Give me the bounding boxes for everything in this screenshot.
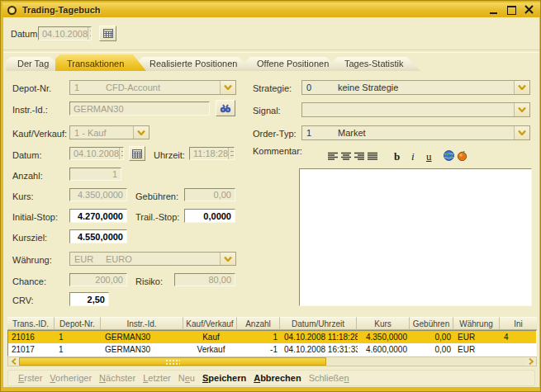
column-header[interactable]: Trans.-ID.: [7, 317, 55, 330]
nav-letzter: Letzter: [143, 373, 171, 383]
risiko-field: 80,00: [174, 273, 235, 286]
date-spinner: [119, 148, 123, 159]
align-justify-icon[interactable]: [367, 151, 378, 162]
nav-vorheriger: Vorheriger: [50, 373, 92, 383]
time-spinner: [228, 148, 234, 159]
gebuehren-field: 0,00: [184, 188, 235, 201]
kursziel-label: Kursziel:: [12, 233, 47, 243]
column-header[interactable]: Kurs: [357, 317, 410, 330]
kommentar-label: Kommentar:: [253, 146, 302, 156]
anzahl-field: 1: [69, 168, 121, 181]
trail-stop-label: Trail.-Stop:: [135, 212, 179, 222]
order-typ-label: Order-Typ:: [253, 129, 297, 139]
tab-realisierte-positionen[interactable]: Realisierte Positionen: [138, 57, 252, 71]
search-button[interactable]: [216, 100, 235, 116]
chance-field: 200,00: [69, 273, 127, 286]
table-row[interactable]: 21016 1 GERMAN30 Kauf 1 04.10.2008 11:18…: [8, 331, 536, 343]
horizontal-scrollbar: [7, 357, 537, 366]
chevron-down-icon[interactable]: [514, 81, 529, 94]
kursziel-field[interactable]: 4.550,0000: [69, 229, 127, 243]
comment-textarea[interactable]: [299, 168, 532, 306]
calendar-button[interactable]: [129, 146, 145, 161]
tab-offene-positionen[interactable]: Offene Positionen: [245, 57, 339, 71]
chevron-down-icon: [220, 253, 235, 265]
scroll-left-icon[interactable]: [8, 357, 19, 366]
app-icon: [7, 6, 17, 15]
bold-icon[interactable]: b: [394, 151, 400, 162]
column-header[interactable]: Ini: [500, 317, 537, 330]
chevron-down-icon[interactable]: [514, 126, 529, 139]
column-header[interactable]: Währung: [453, 317, 500, 330]
tab-transaktionen[interactable]: Transaktionen: [55, 54, 146, 71]
titlebar[interactable]: Trading-Tagebuch: [2, 2, 540, 17]
separator: [3, 50, 539, 53]
order-typ-dropdown[interactable]: 1Market: [301, 125, 530, 140]
align-left-icon[interactable]: [327, 151, 339, 162]
chevron-down-icon[interactable]: [514, 103, 529, 116]
signal-dropdown[interactable]: [301, 102, 530, 117]
calendar-icon: [103, 29, 113, 38]
schliessen-button: Schließen: [309, 373, 349, 383]
column-header[interactable]: Kauf/Verkauf: [183, 317, 237, 330]
table-row[interactable]: 21017 1 GERMAN30 Verkauf -1 04.10.2008 1…: [8, 343, 536, 356]
chevron-down-icon: [133, 126, 149, 139]
crv-field[interactable]: 2,50: [69, 292, 109, 306]
uhrzeit-label: Uhrzeit:: [154, 150, 185, 160]
abbrechen-button[interactable]: Abbrechen: [254, 373, 301, 383]
maximize-icon[interactable]: [505, 4, 518, 16]
kurs-label: Kurs:: [12, 191, 34, 201]
anzahl-label: Anzahl:: [12, 171, 43, 181]
initial-stop-label: Initial-Stop:: [12, 212, 58, 222]
instr-label: Instr.-Id.:: [12, 105, 48, 115]
column-header[interactable]: Datum/Uhrzeit: [280, 317, 357, 330]
waehrung-dropdown: EUREURO: [69, 252, 236, 266]
record-navigator: Erster Vorheriger Nächster Letzter Neu S…: [7, 370, 535, 386]
fruit-icon[interactable]: [456, 150, 467, 161]
kurs-field: 4.350,0000: [69, 188, 127, 201]
window: Trading-Tagebuch Datum 04.10.2008 Der Ta…: [0, 0, 541, 392]
kauf-verkauf-dropdown: 1 - Kauf: [69, 125, 149, 139]
signal-label: Signal:: [253, 106, 281, 116]
chevron-down-icon: [220, 81, 235, 94]
trail-stop-field[interactable]: 0,0000: [184, 209, 235, 223]
column-header[interactable]: Instr.-Id.: [101, 317, 183, 330]
window-title: Trading-Tagebuch: [22, 5, 101, 15]
table-body: 21016 1 GERMAN30 Kauf 1 04.10.2008 11:18…: [7, 330, 537, 357]
calendar-button[interactable]: [99, 26, 116, 41]
italic-icon[interactable]: i: [411, 151, 415, 162]
scrollbar-thumb[interactable]: [19, 357, 326, 366]
table-header: Trans.-ID. Depot-Nr. Instr.-Id. Kauf/Ver…: [7, 317, 537, 330]
align-center-icon[interactable]: [340, 151, 352, 162]
top-datum-field: 04.10.2008: [38, 26, 92, 40]
strategie-label: Strategie:: [253, 83, 292, 93]
depot-label: Depot-Nr.: [12, 83, 51, 93]
close-icon[interactable]: [523, 4, 535, 16]
gebuehren-label: Gebühren:: [135, 191, 178, 201]
column-header[interactable]: Anzahl: [237, 317, 280, 330]
risiko-label: Risiko:: [135, 276, 163, 286]
datum-field: 04.10.2008: [69, 147, 124, 160]
waehrung-label: Währung:: [12, 255, 52, 265]
column-header[interactable]: Gebühren: [410, 317, 453, 330]
globe-icon[interactable]: [443, 150, 454, 161]
search-icon: [220, 104, 231, 113]
window-controls: [488, 4, 535, 16]
date-spinner: [88, 27, 91, 40]
tab-tages-statistik[interactable]: Tages-Statistik: [333, 57, 420, 71]
speichern-button[interactable]: Speichern: [202, 373, 246, 383]
align-right-icon[interactable]: [354, 151, 365, 162]
kauf-verkauf-label: Kauf/Verkauf:: [12, 129, 67, 139]
instr-field: GERMAN30: [69, 102, 210, 116]
datum-label: Datum:: [12, 150, 41, 160]
column-header[interactable]: Depot-Nr.: [55, 317, 101, 330]
strategie-dropdown[interactable]: 0keine Strategie: [301, 80, 530, 95]
scroll-right-icon[interactable]: [525, 357, 536, 366]
underline-icon[interactable]: u: [426, 151, 432, 162]
nav-erster: Erster: [18, 373, 42, 383]
scrollbar-track[interactable]: [326, 357, 525, 366]
nav-neu: Neu: [178, 373, 195, 383]
top-datum-label: Datum: [11, 29, 37, 39]
depot-dropdown: 1CFD-Account: [69, 80, 236, 95]
minimize-icon[interactable]: [488, 4, 501, 16]
initial-stop-field[interactable]: 4.270,0000: [69, 209, 127, 223]
